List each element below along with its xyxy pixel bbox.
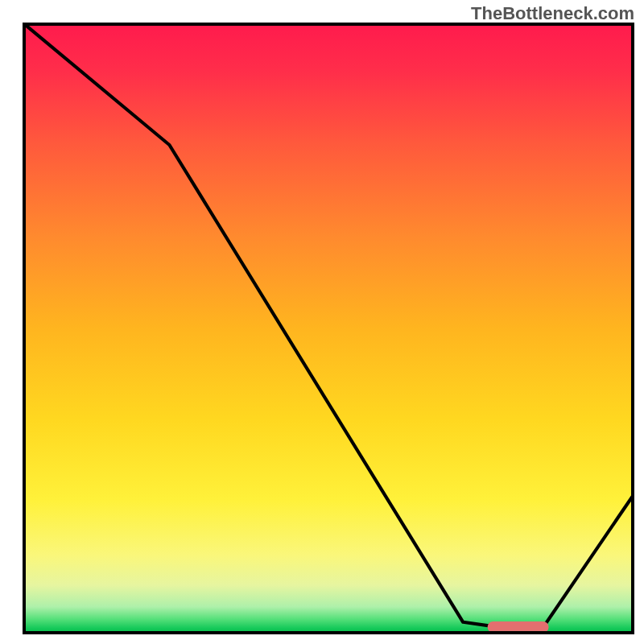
bottleneck-gradient-background bbox=[23, 23, 634, 634]
svg-rect-0 bbox=[23, 23, 634, 634]
plot-area bbox=[23, 23, 634, 634]
watermark-text: TheBottleneck.com bbox=[471, 3, 634, 24]
chart-container: TheBottleneck.com bbox=[0, 0, 644, 644]
